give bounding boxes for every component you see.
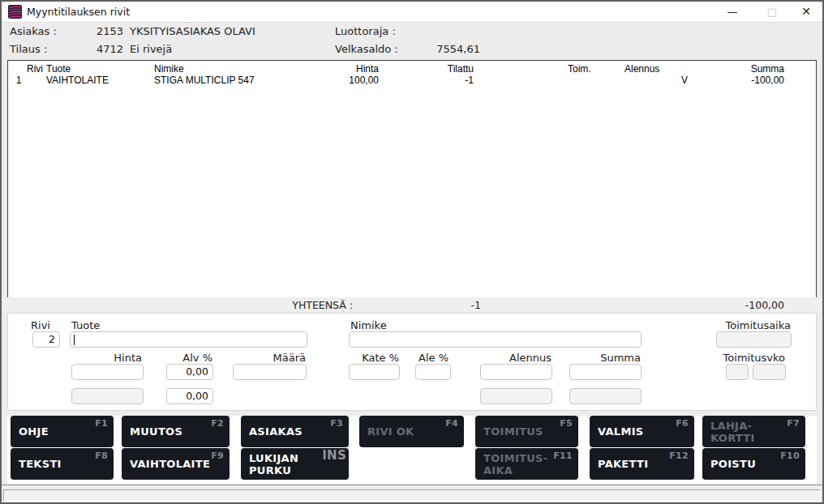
hinta-field-2 [71,388,144,404]
col-header-rivi: Rivi [22,63,43,75]
toimitusvko-label: Toimitusvko [688,352,785,364]
status-bar [2,485,822,503]
tuote-field[interactable] [70,331,307,348]
title-bar: Myyntitilauksen rivit — □ ✕ [2,2,822,23]
customer-label: Asiakas : [10,25,57,37]
col-header-nimike: Nimike [154,63,184,75]
muutos-button[interactable]: MUUTOS F2 [122,416,230,447]
cell-tilattu: -1 [425,75,474,86]
asiakas-button[interactable]: ASIAKAS F3 [241,416,349,447]
hotkey-f7: F7 [787,418,800,429]
valmis-button[interactable]: VALMIS F6 [590,416,694,447]
cell-tuote: VAIHTOLAITE [46,75,109,86]
hotkey-f10: F10 [780,451,800,461]
ale-field[interactable] [415,364,451,380]
hotkey-f6: F6 [676,418,689,429]
alennus-label: Alennus [487,352,551,364]
total-summa-value: -100,00 [719,299,784,311]
col-header-tilattu: Tilattu [425,63,474,75]
toimitusvko-field-2[interactable] [753,364,786,380]
lahjakortti-button[interactable]: LAHJA- KORTTI F7 [702,416,805,447]
order-number: 4712 [81,43,123,55]
kate-field[interactable] [349,364,400,380]
hotkey-f2: F2 [211,418,224,429]
hotkey-ins: INS [322,448,346,463]
credit-limit-label: Luottoraja : [335,25,396,37]
alv-field-2: 0,00 [166,388,213,404]
hotkey-f1: F1 [95,418,108,429]
debt-balance-value: 7554,61 [406,43,480,55]
order-label: Tilaus : [10,43,47,55]
toimitusaika-label: Toimitusaika [693,319,791,331]
hotkey-f3: F3 [330,418,343,429]
alennus-field[interactable] [480,364,552,380]
col-header-summa: Summa [736,63,784,75]
cell-flag: V [681,75,688,86]
tuote-label: Tuote [71,319,100,331]
toimitusaika-button[interactable]: TOIMITUS- AIKA F11 [475,448,578,480]
teksti-button[interactable]: TEKSTI F8 [11,448,114,480]
totals-row: YHTEENSÄ : -1 -100,00 [0,297,824,312]
customer-number: 2153 [81,25,123,37]
hotkey-f8: F8 [95,451,108,461]
hotkey-f4: F4 [445,418,458,429]
vaihtolaite-button[interactable]: VAIHTOLAITE F9 [122,448,230,480]
sales-order-rows-window: Myyntitilauksen rivit — □ ✕ Asiakas : 21… [0,0,824,504]
status-message [3,489,821,502]
col-header-tuote: Tuote [46,63,71,75]
order-rows-table: Rivi Tuote Nimike Hinta Tilattu Toim. Al… [7,60,817,298]
col-header-toim: Toim. [568,63,591,75]
hotkey-f9: F9 [211,451,224,461]
toimitus-button[interactable]: TOIMITUS F5 [475,416,578,447]
summa-label: Summa [576,352,641,364]
ohje-button[interactable]: OHJE F1 [11,416,114,447]
alennus-field-2 [480,388,552,404]
toimitusvko-field-1[interactable] [726,364,749,380]
cell-rivi: 1 [8,75,29,86]
customer-name: YKSITYISASIAKAS OLAVI [130,25,255,37]
ale-label: Ale % [384,352,448,364]
rivi-ok-button[interactable]: RIVI OK F4 [359,416,464,447]
debt-balance-label: Velkasaldo : [335,43,398,55]
hotkey-f11: F11 [553,451,573,461]
hotkey-f12: F12 [669,451,689,461]
maara-label: Määrä [241,352,306,364]
order-status-text: Ei rivejä [130,43,172,55]
nimike-label: Nimike [350,319,387,331]
rivi-label: Rivi [31,319,50,331]
minimize-button[interactable]: — [719,2,746,22]
total-label: YHTEENSÄ : [272,299,353,311]
paketti-button[interactable]: PAKETTI F12 [590,448,694,480]
row-edit-form: Rivi 2 Tuote Nimike Toimitusaika Hinta A… [7,313,817,411]
alv-field[interactable]: 0,00 [166,364,213,380]
text-caret [74,335,75,345]
total-tilattu-value: -1 [416,299,481,311]
cell-summa: -100,00 [736,75,784,86]
lukijan-purku-button[interactable]: LUKIJAN PURKU INS [241,448,349,480]
poistu-button[interactable]: POISTU F10 [702,448,805,480]
maximize-button: □ [758,2,786,22]
toimitusaika-field[interactable] [716,331,792,348]
close-button[interactable]: ✕ [792,2,820,22]
cell-nimike: STIGA MULTICLIP 547 [154,75,255,86]
summa-field[interactable] [569,364,642,380]
app-logo-icon [8,5,22,19]
cell-hinta: 100,00 [330,75,379,86]
hotkey-f5: F5 [560,418,573,429]
col-header-alennus: Alennus [624,63,659,75]
rivi-field[interactable]: 2 [32,331,60,348]
hinta-field[interactable] [71,364,144,380]
summa-field-2 [569,388,642,404]
maara-field[interactable] [233,364,307,380]
col-header-hinta: Hinta [330,63,379,75]
nimike-field[interactable] [349,331,642,348]
window-title: Myyntitilauksen rivit [27,6,130,18]
alv-label: Alv % [148,352,212,364]
hinta-label: Hinta [77,352,142,364]
function-button-panel: OHJE F1 MUUTOS F2 ASIAKAS F3 RIVI OK F4 … [7,416,817,484]
